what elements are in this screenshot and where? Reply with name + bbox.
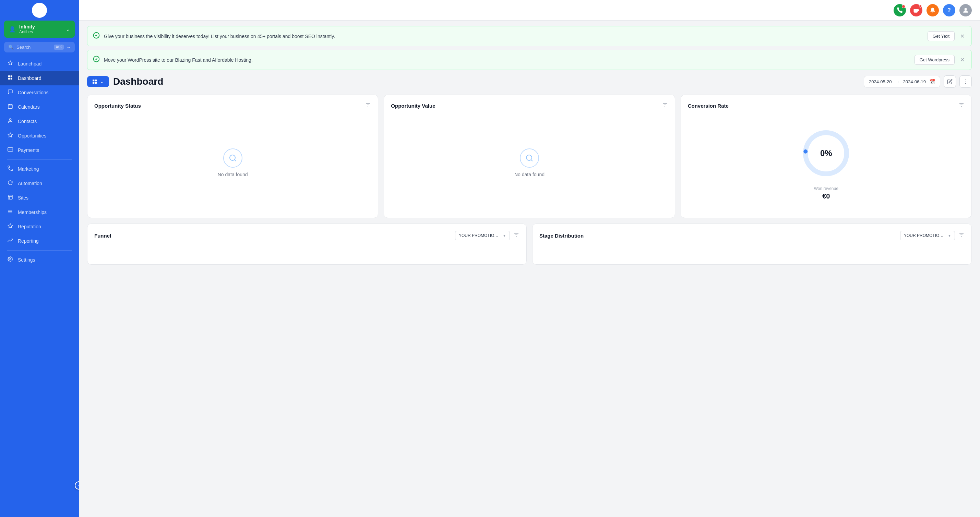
- svg-point-31: [230, 155, 235, 161]
- opportunity-status-filter-icon[interactable]: [365, 102, 371, 109]
- memberships-icon: [7, 209, 14, 216]
- bell-icon-button[interactable]: [926, 4, 939, 16]
- sidebar-item-settings[interactable]: Settings: [0, 253, 79, 267]
- launchpad-icon: [7, 60, 14, 67]
- account-switcher[interactable]: 👤 Infinity Antibes ⌄: [4, 21, 75, 38]
- sidebar-label-conversations: Conversations: [18, 90, 49, 95]
- funnel-controls: YOUR PROMOTION Pi... ▼: [455, 231, 520, 240]
- user-avatar[interactable]: [959, 4, 972, 16]
- sidebar-label-payments: Payments: [18, 148, 39, 153]
- sidebar-item-conversations[interactable]: Conversations: [0, 85, 79, 100]
- wordpress-banner: Move your WordPress site to our Blazing …: [87, 50, 972, 70]
- sidebar-item-calendars[interactable]: Calendars: [0, 100, 79, 114]
- funnel-header: Funnel YOUR PROMOTION Pi... ▼: [94, 231, 520, 240]
- svg-rect-11: [8, 148, 13, 151]
- yext-cta-button[interactable]: Get Yext: [928, 31, 955, 41]
- megaphone-icon-button[interactable]: [910, 4, 923, 16]
- svg-rect-1: [8, 75, 10, 77]
- sidebar-label-opportunities: Opportunities: [18, 133, 46, 138]
- conversion-revenue: Won revenue €0: [814, 186, 838, 200]
- sidebar-item-automation[interactable]: Automation: [0, 176, 79, 191]
- calendar-icon: 📅: [929, 79, 935, 84]
- funnel-pipeline-label: YOUR PROMOTION Pi...: [459, 233, 501, 238]
- sidebar-label-launchpad: Launchpad: [18, 61, 41, 67]
- account-sub: Antibes: [19, 30, 35, 34]
- account-user-icon: 👤: [9, 26, 16, 33]
- stage-distribution-filter-icon[interactable]: [958, 232, 964, 239]
- calendars-icon: [7, 103, 14, 110]
- funnel-filter-icon[interactable]: [513, 232, 520, 239]
- dashboard-more-button[interactable]: ⋮: [959, 75, 972, 88]
- reporting-icon: [7, 238, 14, 245]
- conversion-rate-filter-icon[interactable]: [958, 102, 964, 109]
- dashboard-controls: 2024-05-20 → 2024-06-19 📅 ⋮: [864, 75, 972, 88]
- stage-distribution-pipeline-select[interactable]: YOUR PROMOTION Pi... ▼: [900, 231, 955, 240]
- revenue-label: Won revenue: [814, 186, 838, 191]
- opportunity-status-title: Opportunity Status: [94, 103, 141, 109]
- funnel-pipeline-select[interactable]: YOUR PROMOTION Pi... ▼: [455, 231, 510, 240]
- sites-icon: [7, 194, 14, 201]
- svg-rect-4: [11, 78, 12, 80]
- sidebar-label-calendars: Calendars: [18, 104, 40, 110]
- stage-distribution-pipeline-label: YOUR PROMOTION Pi...: [904, 233, 946, 238]
- sidebar-label-memberships: Memberships: [18, 210, 47, 215]
- svg-line-37: [531, 160, 533, 161]
- wordpress-check-icon: [93, 56, 100, 64]
- search-placeholder: Search: [16, 45, 51, 50]
- account-name: Infinity: [19, 24, 35, 30]
- stage-distribution-header: Stage Distribution YOUR PROMOTION Pi... …: [539, 231, 964, 240]
- sidebar-search[interactable]: 🔍 Search ⌘ K →: [4, 42, 75, 52]
- main-area: ? Give your business the visibility it d…: [79, 0, 980, 517]
- date-from: 2024-05-20: [869, 79, 892, 84]
- dashboard-type-chevron-icon: ⌄: [100, 79, 104, 84]
- opportunity-value-no-data-icon: [520, 148, 539, 168]
- wordpress-cta-button[interactable]: Get Wordpress: [915, 55, 955, 65]
- logo-icon: [32, 3, 47, 18]
- settings-icon: [7, 256, 14, 263]
- sidebar-item-dashboard[interactable]: Dashboard: [0, 71, 79, 85]
- sidebar-item-marketing[interactable]: Marketing: [0, 162, 79, 176]
- sidebar-item-launchpad[interactable]: Launchpad: [0, 57, 79, 71]
- conversion-rate-body: 0% Won revenue €0: [688, 115, 964, 211]
- sidebar-item-payments[interactable]: Payments: [0, 143, 79, 157]
- sidebar-label-settings: Settings: [18, 257, 35, 262]
- svg-marker-10: [8, 133, 12, 137]
- svg-point-17: [10, 259, 11, 260]
- opportunity-value-header: Opportunity Value: [391, 102, 668, 109]
- sidebar-item-sites[interactable]: Sites: [0, 191, 79, 205]
- search-arrow-icon: →: [67, 45, 71, 50]
- yext-close-button[interactable]: ✕: [959, 33, 966, 40]
- yext-check-icon: [93, 32, 100, 40]
- svg-point-36: [527, 155, 532, 161]
- sidebar-item-opportunities[interactable]: Opportunities: [0, 129, 79, 143]
- sidebar-item-reporting[interactable]: Reporting: [0, 234, 79, 248]
- wordpress-close-button[interactable]: ✕: [959, 57, 966, 63]
- dashboard-edit-button[interactable]: [943, 75, 956, 88]
- nav-divider-2: [7, 250, 72, 251]
- bottom-cards-row: Funnel YOUR PROMOTION Pi... ▼ Sta: [87, 224, 972, 265]
- svg-rect-25: [95, 80, 97, 81]
- sidebar-label-marketing: Marketing: [18, 166, 39, 172]
- date-range-arrow-icon: →: [895, 79, 900, 84]
- opportunity-value-filter-icon[interactable]: [662, 102, 668, 109]
- dashboard-type-button[interactable]: ⌄: [87, 76, 109, 87]
- account-info: 👤 Infinity Antibes: [9, 24, 35, 34]
- funnel-chevron-icon: ▼: [503, 234, 506, 238]
- stage-distribution-controls: YOUR PROMOTION Pi... ▼: [900, 231, 964, 240]
- phone-icon-button[interactable]: [894, 4, 906, 16]
- date-to: 2024-06-19: [903, 79, 926, 84]
- sidebar-item-reputation[interactable]: Reputation: [0, 220, 79, 234]
- stage-distribution-chevron-icon: ▼: [948, 234, 951, 238]
- svg-line-32: [234, 160, 235, 161]
- funnel-title: Funnel: [94, 233, 111, 239]
- help-icon-button[interactable]: ?: [943, 4, 955, 16]
- date-range-picker[interactable]: 2024-05-20 → 2024-06-19 📅: [864, 76, 940, 87]
- conversations-icon: [7, 89, 14, 96]
- notification-badge: [919, 5, 922, 8]
- svg-rect-27: [95, 82, 97, 84]
- sidebar-item-contacts[interactable]: Contacts: [0, 114, 79, 129]
- svg-rect-3: [8, 78, 10, 80]
- stage-distribution-title: Stage Distribution: [539, 233, 584, 239]
- sidebar-item-memberships[interactable]: Memberships: [0, 205, 79, 220]
- svg-point-9: [9, 119, 11, 120]
